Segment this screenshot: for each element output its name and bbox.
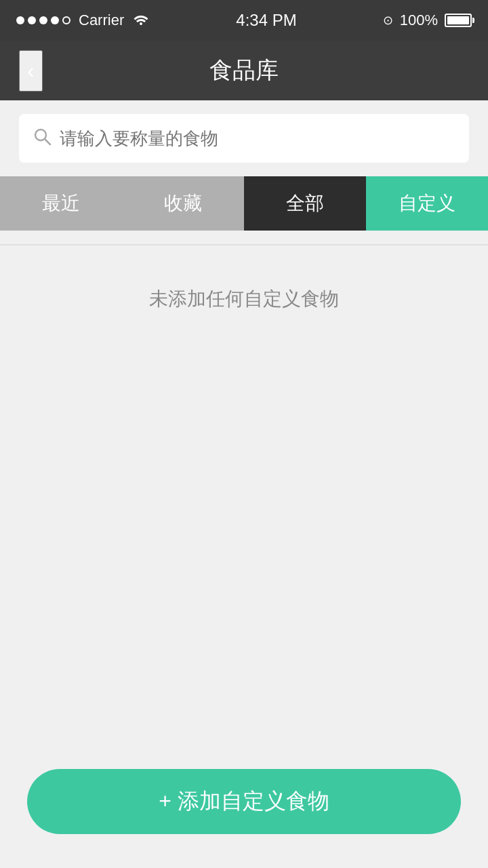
status-right: ⊙ 100% bbox=[383, 12, 472, 29]
tab-collect[interactable]: 收藏 bbox=[122, 176, 244, 231]
page-title: 食品库 bbox=[209, 55, 279, 86]
battery-fill bbox=[447, 16, 469, 24]
signal-dot-1 bbox=[16, 16, 24, 24]
status-left: Carrier bbox=[16, 12, 150, 29]
tab-custom[interactable]: 自定义 bbox=[366, 176, 488, 231]
signal-dot-3 bbox=[39, 16, 47, 24]
search-container bbox=[0, 100, 488, 176]
bottom-action-bar: + 添加自定义食物 bbox=[0, 749, 488, 868]
carrier-label: Carrier bbox=[79, 12, 124, 29]
status-time: 4:34 PM bbox=[236, 11, 296, 30]
lock-icon: ⊙ bbox=[383, 13, 393, 28]
search-icon bbox=[33, 127, 52, 151]
status-bar: Carrier 4:34 PM ⊙ 100% bbox=[0, 0, 488, 41]
signal-dot-5 bbox=[62, 16, 70, 24]
filter-tabs: 最近 收藏 全部 自定义 bbox=[0, 176, 488, 244]
wifi-icon bbox=[132, 12, 150, 29]
empty-message: 未添加任何自定义食物 bbox=[149, 286, 339, 312]
search-box bbox=[19, 114, 469, 163]
content-area: 未添加任何自定义食物 bbox=[0, 245, 488, 749]
signal-dot-2 bbox=[28, 16, 36, 24]
svg-point-0 bbox=[35, 130, 46, 140]
battery-percent: 100% bbox=[400, 12, 438, 29]
signal-dots bbox=[16, 16, 70, 24]
search-input[interactable] bbox=[60, 128, 455, 149]
svg-line-1 bbox=[45, 139, 51, 144]
signal-dot-4 bbox=[51, 16, 59, 24]
tab-recent[interactable]: 最近 bbox=[0, 176, 122, 231]
back-button[interactable]: ‹ bbox=[19, 50, 43, 92]
add-custom-food-button[interactable]: + 添加自定义食物 bbox=[27, 769, 461, 834]
nav-bar: ‹ 食品库 bbox=[0, 41, 488, 100]
tab-all[interactable]: 全部 bbox=[244, 176, 366, 231]
battery-icon bbox=[445, 14, 472, 27]
